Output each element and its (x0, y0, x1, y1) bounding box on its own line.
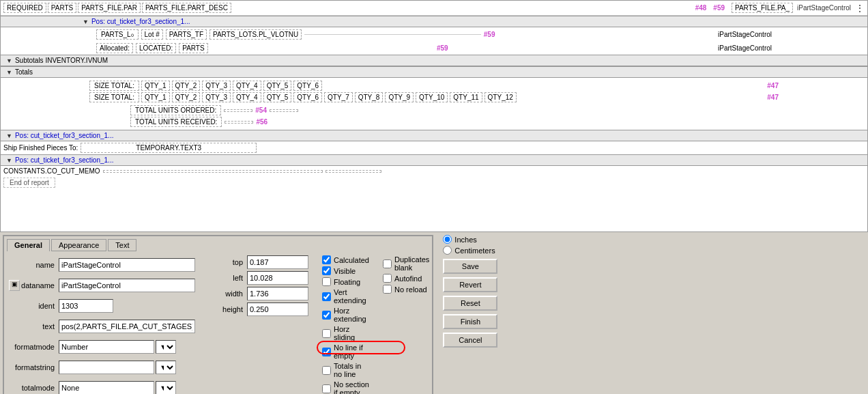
allocated-row: Allocated: LOCATED: PARTS #59 iPartStage… (1, 41, 867, 55)
tab-text[interactable]: Text (108, 239, 136, 251)
cb-horz-sliding-input[interactable] (322, 329, 331, 338)
text-label: text (7, 322, 55, 330)
qty9-2: QTY_9 (385, 92, 414, 102)
form-panel: General Appearance Text name ▣ dataname … (3, 235, 433, 394)
radio-inches: Inches (443, 235, 497, 244)
section3-header[interactable]: ▼ Pos: cut_ticket_for3_section_1... (1, 154, 867, 166)
tab-general[interactable]: General (7, 239, 50, 251)
cb-totals-label: Totals in no line (334, 362, 369, 378)
radio-group: Inches Centimeters (443, 235, 497, 255)
totalmode-select[interactable]: ▼ (156, 381, 176, 395)
radio-inches-input[interactable] (443, 235, 452, 244)
size-total-label2: SIZE TOTAL: (89, 92, 139, 102)
hash-56: #56 (256, 118, 267, 126)
cb-horz-extending-input[interactable] (322, 311, 331, 320)
right-panel: Inches Centimeters Save Revert Reset Fin… (436, 235, 497, 394)
cancel-button[interactable]: Cancel (443, 333, 497, 348)
cb-visible-input[interactable] (322, 266, 331, 275)
height-input[interactable] (247, 302, 308, 316)
cb-vert-extending-label: Vert extending (334, 288, 369, 305)
section3-label: Pos: cut_ticket_for3_section_1... (15, 156, 114, 164)
totalmode-label: totalmode (7, 384, 55, 392)
cb-floating-label: Floating (334, 278, 360, 286)
cb-vert-extending-input[interactable] (322, 292, 331, 301)
formatmode-input[interactable] (59, 340, 154, 354)
formatmode-row: ▼ (59, 340, 195, 354)
subtotals-header[interactable]: ▼ Subtotals INVENTORY.IVNUM (1, 55, 867, 66)
ident-label: ident (7, 302, 55, 310)
formatstring-input[interactable] (59, 361, 154, 374)
cb-totals-input[interactable] (322, 366, 331, 375)
qty3-2: QTY_3 (202, 92, 231, 102)
radio-cm-input[interactable] (443, 246, 452, 255)
menu-dots-1: ⋮ (855, 3, 865, 14)
top-input[interactable] (247, 255, 308, 269)
hash-59-1: #59 (713, 4, 725, 12)
reset-button[interactable]: Reset (443, 296, 497, 311)
section1-header[interactable]: ▼ Pos: cut_ticket_for3_section_1... (1, 16, 867, 27)
cb-autofind-label: Autofind (394, 275, 422, 283)
tab-appearance[interactable]: Appearance (51, 239, 106, 251)
subtotals-label: Subtotals INVENTORY.IVNUM (15, 57, 108, 64)
tabs-row: General Appearance Text (7, 239, 429, 251)
hash-47-1: #47 (767, 82, 779, 89)
temp-text-cell: TEMPORARY.TEXT3 (81, 143, 257, 153)
cb-duplicates-input[interactable] (383, 259, 392, 268)
radio-centimeters: Centimeters (443, 246, 497, 255)
vlotnu-cell: PARTS_LOTS.PL_VLOTNU (209, 29, 302, 40)
totalmode-input[interactable] (59, 381, 154, 395)
size-total-label1: SIZE TOTAL: (89, 81, 139, 91)
cb-horz-sliding: Horz sliding (322, 325, 369, 341)
name-input[interactable] (59, 258, 195, 272)
report-content: REQUIRED PARTS PARTS_FILE.PAR PARTS_FILE… (1, 1, 867, 231)
qty2-1: QTY_2 (172, 81, 201, 91)
collapse-arrow-1: ▼ (83, 18, 89, 25)
cb-no-reload-input[interactable] (383, 285, 392, 294)
qty3-1: QTY_3 (202, 81, 231, 91)
save-button[interactable]: Save (443, 259, 497, 274)
totals-header[interactable]: ▼ Totals (1, 66, 867, 78)
constants-row: CONSTANTS.CO_CUT_MEMO (1, 166, 867, 176)
form-fields-section: name ▣ dataname ident text formatmode ▼ (7, 255, 429, 394)
left-input[interactable] (247, 271, 308, 285)
formatstring-row: ▼ (59, 361, 195, 374)
totalmode-row: ▼ (59, 381, 195, 395)
dataname-input[interactable] (59, 279, 195, 292)
dataname-icon-btn[interactable]: ▣ (9, 280, 20, 291)
formatstring-select[interactable]: ▼ (156, 361, 176, 374)
collapse-arrow-3: ▼ (6, 69, 12, 76)
cb-autofind-input[interactable] (383, 274, 392, 283)
total-received-label: TOTAL UNITS RECEIVED: (130, 117, 222, 127)
end-of-report-row: End of report (1, 176, 867, 188)
cb-no-line-input[interactable] (322, 348, 331, 356)
dataname-label: dataname (21, 281, 55, 290)
formatmode-select[interactable]: ▼ (156, 340, 176, 354)
cb-duplicates-blank: Duplicates blank (383, 255, 429, 272)
finish-button[interactable]: Finish (443, 314, 497, 329)
scrollbar-row[interactable]: ◄ ► (1, 231, 867, 232)
revert-button[interactable]: Revert (443, 277, 497, 292)
cb-totals-in-no-line: Totals in no line (322, 362, 369, 378)
qty2-2: QTY_2 (172, 92, 201, 102)
width-label: width (209, 290, 243, 298)
cb-no-section-input[interactable] (322, 384, 331, 393)
name-label: name (7, 261, 55, 269)
collapse-arrow-4: ▼ (6, 132, 12, 139)
cb-no-line-label: No line if empty (334, 343, 369, 360)
cb-vert-extending: Vert extending (322, 288, 369, 305)
ipart-stage-1: iPartStageControl (797, 4, 851, 12)
cb-no-reload-label: No reload (394, 285, 427, 294)
cb-no-section: No section if empty (322, 380, 369, 394)
hash-59-2: #59 (484, 31, 495, 38)
ident-input[interactable] (59, 299, 113, 313)
text-input[interactable] (59, 320, 195, 333)
parts-cell: PARTS (48, 3, 76, 13)
cb-floating-input[interactable] (322, 277, 331, 286)
cb-calculated-input[interactable] (322, 255, 331, 264)
lot-cell: Lot # (141, 29, 163, 40)
radio-inches-label: Inches (454, 236, 476, 244)
section2-header[interactable]: ▼ Pos: cut_ticket_for3_section_1... (1, 130, 867, 141)
top-label: top (209, 258, 243, 266)
width-input[interactable] (247, 287, 308, 300)
left-fields: name ▣ dataname ident text formatmode ▼ (7, 255, 195, 394)
